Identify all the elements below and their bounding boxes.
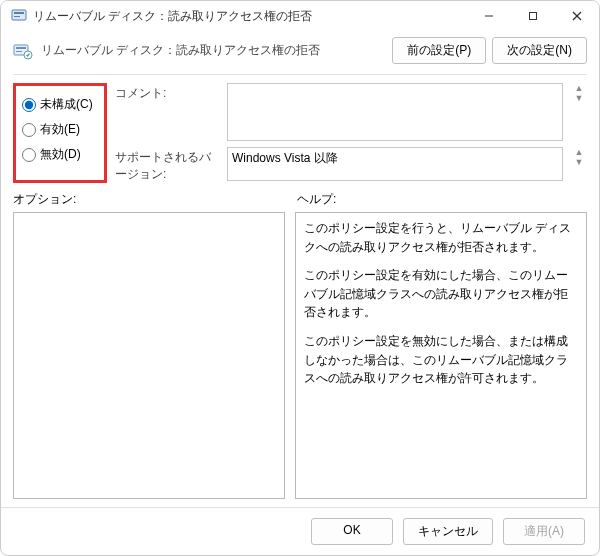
supported-value: Windows Vista 以降 [227, 147, 563, 181]
comment-field-row: コメント: ▲ ▼ [115, 83, 587, 141]
apply-button[interactable]: 適用(A) [503, 518, 585, 545]
policy-icon [11, 8, 27, 24]
header-subtitle: リムーバブル ディスク：読み取りアクセス権の拒否 [41, 42, 384, 59]
help-panel: このポリシー設定を行うと、リムーバブル ディスクへの読み取りアクセス権が拒否され… [295, 212, 587, 499]
radio-not-configured[interactable]: 未構成(C) [22, 92, 104, 117]
svg-rect-1 [14, 12, 24, 14]
radio-disabled[interactable]: 無効(D) [22, 142, 104, 167]
svg-rect-2 [14, 16, 20, 17]
footer: OK キャンセル 適用(A) [1, 507, 599, 555]
help-paragraph: このポリシー設定を有効にした場合、このリムーバブル記憶域クラスへの読み取りアクセ… [304, 266, 578, 322]
options-section-label: オプション: [13, 191, 285, 208]
panels: このポリシー設定を行うと、リムーバブル ディスクへの読み取りアクセス権が拒否され… [1, 212, 599, 507]
comment-textarea[interactable] [227, 83, 563, 141]
scroll-up-icon: ▲ [571, 147, 587, 157]
radio-not-configured-label: 未構成(C) [40, 96, 93, 113]
help-section-label: ヘルプ: [297, 191, 587, 208]
section-labels: オプション: ヘルプ: [1, 183, 599, 212]
minimize-button[interactable] [467, 1, 511, 31]
scroll-up-icon: ▲ [571, 83, 587, 93]
radio-disabled-input[interactable] [22, 148, 36, 162]
svg-rect-8 [16, 47, 26, 49]
scroll-down-icon: ▼ [571, 93, 587, 103]
supported-scroll-hint: ▲ ▼ [571, 147, 587, 167]
window-title: リムーバブル ディスク：読み取りアクセス権の拒否 [33, 8, 467, 25]
options-panel [13, 212, 285, 499]
state-radio-group: 未構成(C) 有効(E) 無効(D) [13, 83, 107, 183]
next-setting-button[interactable]: 次の設定(N) [492, 37, 587, 64]
svg-rect-9 [16, 51, 22, 52]
right-fields: コメント: ▲ ▼ サポートされるバージョン: Windows Vista 以降… [115, 83, 587, 183]
supported-label: サポートされるバージョン: [115, 147, 219, 183]
radio-enabled[interactable]: 有効(E) [22, 117, 104, 142]
supported-field-row: サポートされるバージョン: Windows Vista 以降 ▲ ▼ [115, 147, 587, 183]
svg-rect-0 [12, 10, 26, 20]
header-row: リムーバブル ディスク：読み取りアクセス権の拒否 前の設定(P) 次の設定(N) [1, 31, 599, 74]
previous-setting-button[interactable]: 前の設定(P) [392, 37, 486, 64]
radio-not-configured-input[interactable] [22, 98, 36, 112]
help-paragraph: このポリシー設定を行うと、リムーバブル ディスクへの読み取りアクセス権が拒否され… [304, 219, 578, 256]
comment-scroll-hint: ▲ ▼ [571, 83, 587, 103]
cancel-button[interactable]: キャンセル [403, 518, 493, 545]
nav-buttons: 前の設定(P) 次の設定(N) [392, 37, 587, 64]
maximize-button[interactable] [511, 1, 555, 31]
radio-enabled-input[interactable] [22, 123, 36, 137]
title-bar: リムーバブル ディスク：読み取りアクセス権の拒否 [1, 1, 599, 31]
radio-disabled-label: 無効(D) [40, 146, 81, 163]
ok-button[interactable]: OK [311, 518, 393, 545]
svg-rect-4 [530, 13, 537, 20]
close-button[interactable] [555, 1, 599, 31]
scroll-down-icon: ▼ [571, 157, 587, 167]
window-controls [467, 1, 599, 31]
policy-header-icon [13, 42, 33, 60]
comment-label: コメント: [115, 83, 219, 102]
config-area: 未構成(C) 有効(E) 無効(D) コメント: ▲ ▼ サポートされるバージョ… [1, 75, 599, 183]
help-paragraph: このポリシー設定を無効にした場合、または構成しなかった場合は、このリムーバブル記… [304, 332, 578, 388]
radio-enabled-label: 有効(E) [40, 121, 80, 138]
